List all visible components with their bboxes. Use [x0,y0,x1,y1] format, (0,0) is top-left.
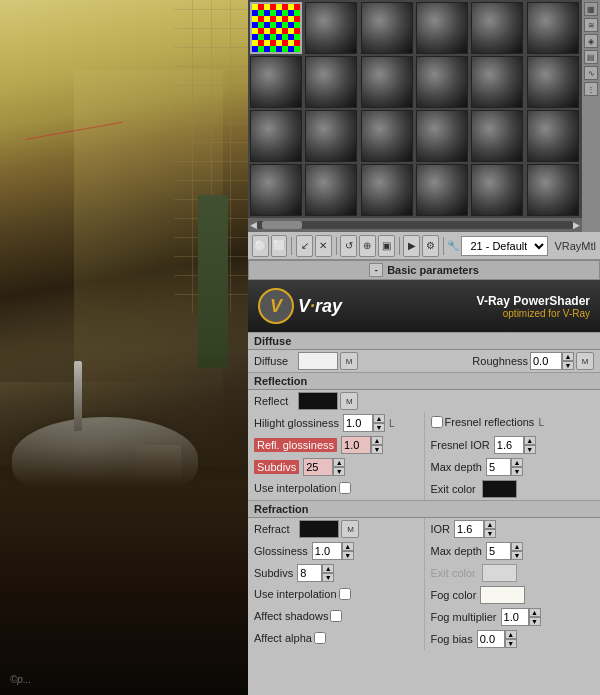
thumbnail-10[interactable] [471,56,523,108]
collapse-btn[interactable]: - [369,263,383,277]
thumbnail-17[interactable] [527,110,579,162]
affect-shadows-checkbox[interactable] [330,610,342,622]
subdivs-input[interactable] [303,458,333,476]
reset-btn[interactable]: ↺ [340,235,357,257]
refract-subdivs-input[interactable] [297,564,322,582]
palette-icon[interactable]: ◈ [584,34,598,48]
fog-bias-input[interactable] [477,630,505,648]
ref-maxdepth-down[interactable]: ▼ [511,551,523,560]
thumbnail-11[interactable] [527,56,579,108]
thumbnail-9[interactable] [416,56,468,108]
wave-icon[interactable]: ∿ [584,66,598,80]
hilight-up[interactable]: ▲ [373,414,385,423]
fresnel-ior-input[interactable] [494,436,524,454]
thumbnail-14[interactable] [361,110,413,162]
fresnel-checkbox[interactable] [431,416,443,428]
thumbnail-1[interactable] [305,2,357,54]
use-interpolation-checkbox[interactable] [339,482,351,494]
refract-color-input[interactable] [299,520,339,538]
thumbnail-4[interactable] [471,2,523,54]
sphere-preview-btn[interactable]: ⚪ [252,235,269,257]
room-image [0,0,248,695]
thumbnail-18[interactable] [250,164,302,216]
hilight-glossiness-input[interactable] [343,414,373,432]
fog-multiplier-input[interactable] [501,608,529,626]
exit-color-input[interactable] [482,480,517,498]
thumbnail-5[interactable] [527,2,579,54]
fresnel-ior-down[interactable]: ▼ [524,445,536,454]
refl-gloss-down[interactable]: ▼ [371,445,383,454]
subdivs-up[interactable]: ▲ [333,458,345,467]
thumbnail-6[interactable] [250,56,302,108]
material-name-dropdown[interactable]: 21 - Default [461,236,548,256]
thumbnail-0[interactable] [250,2,302,54]
select-by-material-btn[interactable]: ▣ [378,235,395,257]
roughness-up[interactable]: ▲ [562,352,574,361]
thumbnail-3[interactable] [416,2,468,54]
roughness-input[interactable]: 0.0 [530,352,562,370]
reflect-color-input[interactable] [298,392,338,410]
dots-icon[interactable]: ⋮ [584,82,598,96]
thumbnail-12[interactable] [250,110,302,162]
refl-glossiness-input[interactable] [341,436,371,454]
ref-gloss-up[interactable]: ▲ [342,542,354,551]
max-depth-up[interactable]: ▲ [511,458,523,467]
ior-input[interactable] [454,520,484,538]
fresnel-ior-col: Fresnel IOR ▲ ▼ [425,434,601,456]
refract-glossiness-input[interactable] [312,542,342,560]
max-depth-down[interactable]: ▼ [511,467,523,476]
refract-map-btn[interactable]: M [341,520,359,538]
refract-maxdepth-input[interactable] [486,542,511,560]
affect-alpha-checkbox[interactable] [314,632,326,644]
roughness-map-btn[interactable]: M [576,352,594,370]
ref-subdivs-down[interactable]: ▼ [322,573,334,582]
scroll-thumb[interactable] [262,221,302,229]
ref-subdivs-up[interactable]: ▲ [322,564,334,573]
thumbnail-20[interactable] [361,164,413,216]
ior-up[interactable]: ▲ [484,520,496,529]
affect-alpha-fogbias-row: Affect alpha Fog bias ▲ ▼ [248,628,600,650]
delete-btn[interactable]: ✕ [315,235,332,257]
thumbnail-19[interactable] [305,164,357,216]
thumbnail-23[interactable] [527,164,579,216]
reflect-map-btn[interactable]: M [340,392,358,410]
fog-bias-down[interactable]: ▼ [505,639,517,648]
material-type-label: VRayMtl [554,240,596,252]
fog-color-input[interactable] [480,586,525,604]
thumbnail-8[interactable] [361,56,413,108]
refract-use-interp-checkbox[interactable] [339,588,351,600]
get-material-btn[interactable]: ↙ [296,235,313,257]
options-btn[interactable]: ⚙ [422,235,439,257]
diffuse-map-btn[interactable]: M [340,352,358,370]
refract-exitcolor-label: Exit color [431,567,476,579]
roughness-down[interactable]: ▼ [562,361,574,370]
thumbnail-21[interactable] [416,164,468,216]
spectrum-icon[interactable]: ▤ [584,50,598,64]
thumbnail-16[interactable] [471,110,523,162]
hilight-down[interactable]: ▼ [373,423,385,432]
fog-bias-up[interactable]: ▲ [505,630,517,639]
subdivs-col: Subdivs ▲ ▼ [248,456,425,478]
fog-mult-down[interactable]: ▼ [529,617,541,626]
thumbnail-scrollbar[interactable]: ◀ ▶ [248,218,582,232]
gradient-icon[interactable]: ≋ [584,18,598,32]
subdivs-down[interactable]: ▼ [333,467,345,476]
render-preview-btn[interactable]: ▶ [403,235,420,257]
put-material-btn[interactable]: ⊕ [359,235,376,257]
thumbnail-7[interactable] [305,56,357,108]
fog-mult-up[interactable]: ▲ [529,608,541,617]
checker-icon[interactable]: ▦ [584,2,598,16]
ref-gloss-down[interactable]: ▼ [342,551,354,560]
ior-label: IOR [431,523,451,535]
fresnel-ior-up[interactable]: ▲ [524,436,536,445]
box-preview-btn[interactable]: ⬜ [271,235,288,257]
max-depth-input[interactable] [486,458,511,476]
thumbnail-22[interactable] [471,164,523,216]
refl-gloss-up[interactable]: ▲ [371,436,383,445]
thumbnail-2[interactable] [361,2,413,54]
thumbnail-15[interactable] [416,110,468,162]
ref-maxdepth-up[interactable]: ▲ [511,542,523,551]
diffuse-color-input[interactable] [298,352,338,370]
thumbnail-13[interactable] [305,110,357,162]
ior-down[interactable]: ▼ [484,529,496,538]
